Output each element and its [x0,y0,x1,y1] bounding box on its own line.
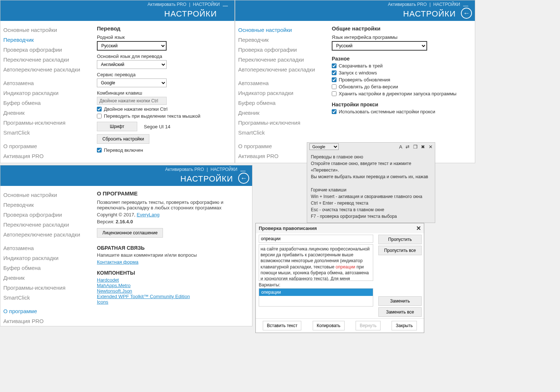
translator-popup: Google A ⇄ ❐ ✖ ✕ Переводы в главное окно… [307,142,435,223]
translate-enabled-checkbox[interactable] [97,148,102,153]
variants-list[interactable]: операции [259,288,373,307]
sidebar-item-translator[interactable]: Переводчик [3,200,88,209]
sidebar-item-clipboard[interactable]: Буфер обмена [3,98,88,107]
pin-icon[interactable]: ✖ [421,144,425,150]
sidebar-item-main[interactable]: Основные настройки [237,25,323,34]
dir-checkbox[interactable] [332,91,337,96]
beta-checkbox[interactable] [332,84,337,89]
component-link[interactable]: Extended WPF Toolkit™ Community Edition [97,294,190,299]
sidebar-item-translator[interactable]: Переводчик [3,35,88,44]
contact-link[interactable]: Контактная форма [97,259,138,265]
sidebar-item-autoreplace[interactable]: Автозамена [237,78,323,88]
sidebar-item-activation[interactable]: Активация PRO [3,316,88,326]
startup-checkbox[interactable] [332,70,337,75]
settings-link[interactable]: НАСТРОЙКИ [193,2,220,7]
skip-button[interactable]: Пропустить [378,235,422,244]
version-line: Версия: 2.16.4.0 [97,219,246,224]
sidebar-item-activation[interactable]: Активация PRO [3,151,88,161]
replace-all-button[interactable]: Заменить все [378,307,422,317]
component-link[interactable]: Icons [97,299,108,305]
sidebar-item-about[interactable]: О программе [3,142,88,151]
service-select[interactable]: Google [97,78,167,87]
component-link[interactable]: MahApps.Metro [97,283,131,288]
sidebar-item-diary[interactable]: Дневник [3,273,88,282]
sidebar-item-exclusions[interactable]: Программы-исключения [3,118,88,127]
everylang-link[interactable]: EveryLang [137,212,160,217]
sidebar-item-autoreplace[interactable]: Автозамена [3,78,88,88]
native-lang-select[interactable]: Русский [97,41,167,51]
back-button[interactable]: ← [238,173,249,184]
sidebar-item-indicator[interactable]: Индикатор раскладки [3,253,88,263]
replace-button[interactable]: Заменить [378,296,422,306]
sidebar-item-autolayout[interactable]: Автопереключение раскладки [3,230,88,239]
sidebar-item-indicator[interactable]: Индикатор раскладки [237,88,323,98]
sidebar-item-smartclick[interactable]: SmartClick [3,293,88,302]
sidebar-item-autolayout[interactable]: Автопереключение раскладки [3,65,88,74]
misspelled-word-input[interactable] [259,235,373,243]
reset-button[interactable]: Сбросить настройки [97,134,149,144]
sidebar-item-diary[interactable]: Дневник [237,108,323,117]
translator-line: Вы можете выбрать языки перевода и смени… [311,173,431,180]
sidebar-item-spell[interactable]: Проверка орфографии [3,210,88,219]
close-icon[interactable]: ✕ [429,144,433,150]
minimize-icon[interactable]: — [223,3,228,8]
tray-checkbox[interactable] [332,63,337,68]
sidebar-item-exclusions[interactable]: Программы-исключения [237,118,323,127]
insert-text-button[interactable]: Вставить текст [263,321,301,330]
sidebar-item-main[interactable]: Основные настройки [3,190,88,199]
proxy-label: Использовать системные настройки прокси [339,109,435,114]
activate-pro-link[interactable]: Активировать PRO [148,2,186,7]
double-ctrl-checkbox[interactable] [97,107,102,111]
swap-icon[interactable]: ⇄ [406,144,410,150]
close-button[interactable]: Закрыть [392,321,417,330]
sidebar-item-spell[interactable]: Проверка орфографии [237,45,323,54]
font-value: Segoe UI 14 [144,124,170,129]
spellcheck-title: Проверка правописания [259,226,317,231]
close-icon[interactable]: ✕ [416,225,421,232]
font-size-icon[interactable]: A [399,144,402,150]
sidebar-item-autoreplace[interactable]: Автозамена [3,243,88,253]
component-link[interactable]: Newtonsoft.Json [97,288,132,294]
hotkeys-heading: Горячие клавиши [311,187,431,193]
sidebar-item-main[interactable]: Основные настройки [3,25,88,34]
proxy-checkbox[interactable] [332,109,337,114]
activate-pro-link[interactable]: Активировать PRO [388,2,427,7]
copy-icon[interactable]: ❐ [413,144,418,150]
sidebar-item-about[interactable]: О программе [3,307,88,316]
double-ctrl-label: Двойное нажатие кнопки Ctrl [104,106,167,112]
sidebar-item-smartclick[interactable]: SmartClick [237,128,323,137]
copy-button[interactable]: Копировать [313,321,345,330]
titlebar: Активировать PRO | НАСТРОЙКИ — НАСТРОЙКИ… [0,165,252,186]
sidebar-item-layout[interactable]: Переключение раскладки [3,55,88,64]
variant-item[interactable]: операции [259,289,373,296]
font-button[interactable]: Шрифт [97,122,137,131]
settings-link[interactable]: НАСТРОЙКИ [433,2,460,7]
settings-general-window: Активировать PRO | НАСТРОЙКИ — НАСТРОЙКИ… [235,0,475,163]
translator-service-select[interactable]: Google [309,143,339,150]
sidebar-item-diary[interactable]: Дневник [3,108,88,117]
sidebar-item-translator[interactable]: Переводчик [237,35,323,44]
back-button[interactable]: ← [461,8,472,19]
sidebar-item-layout[interactable]: Переключение раскладки [3,220,88,229]
sidebar-item-smartclick[interactable]: SmartClick [3,128,88,137]
ui-lang-select[interactable]: Русский [332,41,427,51]
main-lang-select[interactable]: Английский [97,60,167,69]
settings-link[interactable]: НАСТРОЙКИ [211,167,237,172]
sidebar-item-layout[interactable]: Переключение раскладки [237,55,323,64]
skip-all-button[interactable]: Пропустить все [378,246,422,255]
mouse-select-checkbox[interactable] [97,114,102,118]
hotkeys-field[interactable]: Двойное нажатие кнопки Ctrl [97,97,167,105]
sidebar-item-clipboard[interactable]: Буфер обмена [237,98,323,107]
sidebar-item-clipboard[interactable]: Буфер обмена [3,263,88,272]
component-link[interactable]: Hardcodet [97,277,119,283]
main-lang-label: Основной язык для перевода [97,54,228,59]
context-text[interactable]: на сайте разработчика лицензию профессио… [259,244,373,281]
activate-pro-link[interactable]: Активировать PRO [165,167,204,172]
sidebar-item-autolayout[interactable]: Автопереключение раскладки [237,65,323,74]
sidebar-item-indicator[interactable]: Индикатор раскладки [3,88,88,98]
undo-button[interactable]: Вернуть [356,321,381,330]
updates-checkbox[interactable] [332,77,337,82]
sidebar-item-exclusions[interactable]: Программы-исключения [3,283,88,292]
sidebar-item-spell[interactable]: Проверка орфографии [3,45,88,54]
license-button[interactable]: Лицензионное соглашение [97,228,163,238]
